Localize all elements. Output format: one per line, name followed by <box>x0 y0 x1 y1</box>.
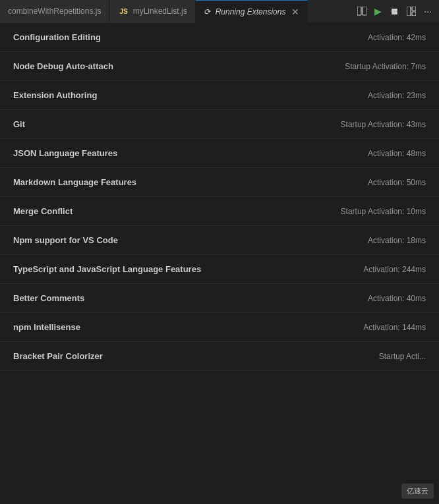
svg-rect-4 <box>412 12 416 16</box>
extension-activation: Startup Activation: 7ms <box>345 62 426 71</box>
js-icon: JS <box>117 7 129 16</box>
extension-row: Configuration EditingActivation: 42ms <box>0 23 439 52</box>
tab-actions: ▶ ⏹ ··· <box>355 4 439 18</box>
svg-rect-1 <box>363 7 366 15</box>
extension-row: Node Debug Auto-attachStartup Activation… <box>0 52 439 81</box>
close-icon[interactable]: ✕ <box>291 7 299 17</box>
tab-running-label: Running Extensions <box>216 7 286 16</box>
extension-activation: Activation: 18ms <box>368 236 426 245</box>
extension-name: JSON Language Features <box>13 148 117 158</box>
extension-name: Merge Conflict <box>13 206 73 216</box>
tab-running[interactable]: ⟳ Running Extensions ✕ <box>196 0 308 23</box>
extension-row: Bracket Pair ColorizerStartup Acti... <box>0 342 439 371</box>
play-button[interactable]: ▶ <box>372 4 384 18</box>
extension-activation: Activation: 23ms <box>368 91 426 100</box>
svg-rect-0 <box>357 7 361 15</box>
more-actions-button[interactable]: ··· <box>422 4 434 18</box>
stop-button[interactable]: ⏹ <box>388 4 401 18</box>
extension-row: Merge ConflictStartup Activation: 10ms <box>0 197 439 226</box>
svg-rect-3 <box>412 7 416 11</box>
extension-name: Bracket Pair Colorizer <box>13 351 103 361</box>
extension-activation: Activation: 244ms <box>363 265 426 274</box>
extension-row: GitStartup Activation: 43ms <box>0 110 439 139</box>
extension-activation: Startup Activation: 10ms <box>341 207 426 216</box>
extension-activation: Activation: 144ms <box>363 323 426 332</box>
extension-name: Configuration Editing <box>13 32 101 42</box>
split-editor-button[interactable] <box>355 5 368 18</box>
extension-name: Node Debug Auto-attach <box>13 61 113 71</box>
content: Configuration EditingActivation: 42msNod… <box>0 23 439 504</box>
extension-activation: Startup Acti... <box>379 352 426 361</box>
extension-name: TypeScript and JavaScript Language Featu… <box>13 264 201 274</box>
running-icon: ⟳ <box>204 7 210 16</box>
extension-row: JSON Language FeaturesActivation: 48ms <box>0 139 439 168</box>
watermark: 亿速云 <box>401 484 434 499</box>
extension-name: Markdown Language Features <box>13 177 136 187</box>
tab-mylinkedlist-label: myLinkedList.js <box>133 7 187 16</box>
tab-combine-label: combineWithRepetitions.js <box>8 7 101 16</box>
extension-row: npm IntellisenseActivation: 144ms <box>0 313 439 342</box>
extension-name: Npm support for VS Code <box>13 235 118 245</box>
extension-activation: Activation: 48ms <box>368 149 426 158</box>
extension-name: Extension Authoring <box>13 90 97 100</box>
tab-mylinkedlist[interactable]: JS myLinkedList.js <box>109 0 195 23</box>
extension-name: Better Comments <box>13 293 84 303</box>
extension-name: Git <box>13 119 25 129</box>
extension-activation: Activation: 42ms <box>368 33 426 42</box>
extension-row: Markdown Language FeaturesActivation: 50… <box>0 168 439 197</box>
extension-activation: Startup Activation: 43ms <box>341 120 426 129</box>
extension-row: TypeScript and JavaScript Language Featu… <box>0 255 439 284</box>
extension-activation: Activation: 50ms <box>368 178 426 187</box>
extension-name: npm Intellisense <box>13 322 80 332</box>
layout-button[interactable] <box>405 5 418 18</box>
tab-combine[interactable]: combineWithRepetitions.js <box>0 0 109 23</box>
extension-activation: Activation: 40ms <box>368 294 426 303</box>
svg-rect-2 <box>407 7 411 16</box>
extension-row: Better CommentsActivation: 40ms <box>0 284 439 313</box>
extension-row: Extension AuthoringActivation: 23ms <box>0 81 439 110</box>
extension-row: Npm support for VS CodeActivation: 18ms <box>0 226 439 255</box>
tab-bar: combineWithRepetitions.js JS myLinkedLis… <box>0 0 439 23</box>
